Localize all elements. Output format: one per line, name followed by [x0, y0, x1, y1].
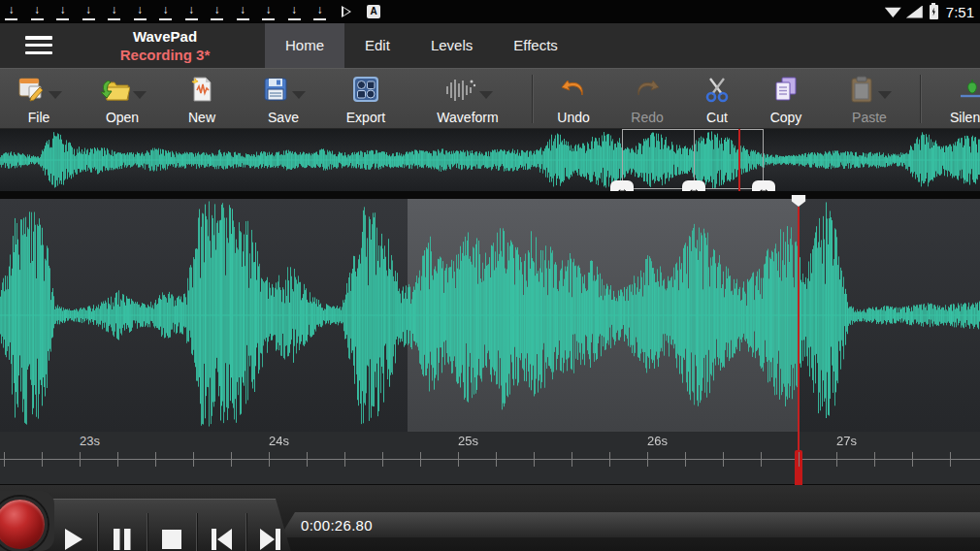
- overview-waveform-canvas[interactable]: [0, 129, 980, 191]
- toolbar: File Open New Save Export: [0, 68, 980, 129]
- ruler-tick: [307, 452, 308, 467]
- app-title: WavePad: [87, 27, 243, 46]
- playhead-line: [798, 207, 800, 432]
- ribbon-tabs: Home Edit Levels Effects: [265, 23, 578, 68]
- time-display-strip: 0:00:26.80: [279, 512, 980, 537]
- ruler-second-label: 27s: [836, 434, 857, 448]
- ruler-tick: [874, 452, 875, 467]
- download-icon: ↓: [185, 3, 198, 20]
- save-disk-icon: [262, 75, 289, 108]
- ruler-second-label: 26s: [647, 434, 668, 448]
- download-icon: ↓: [211, 3, 223, 20]
- ruler-tick: [723, 452, 724, 467]
- ruler-tick: [496, 452, 497, 467]
- cut-scissors-icon: [702, 75, 732, 108]
- download-icon: ↓: [5, 3, 17, 20]
- ruler-second-label: 24s: [269, 434, 289, 448]
- ruler-tick: [420, 452, 421, 467]
- paste-button[interactable]: Paste: [828, 75, 911, 125]
- open-folder-icon: [99, 75, 130, 108]
- ruler-tick: [799, 452, 800, 467]
- waveform-button[interactable]: Waveform: [426, 75, 509, 125]
- ruler-tick: [382, 452, 383, 467]
- tab-levels[interactable]: Levels: [410, 23, 493, 68]
- waveform-icon: [443, 75, 476, 108]
- download-icon: ↓: [313, 3, 326, 20]
- silence-button[interactable]: Silence: [931, 75, 980, 125]
- download-icon: ↓: [82, 3, 95, 20]
- copy-icon: [771, 75, 800, 108]
- ruler-tick: [534, 452, 535, 467]
- stop-icon: [160, 528, 183, 551]
- ruler-tick: [912, 452, 913, 467]
- pause-button[interactable]: [97, 513, 147, 551]
- open-button[interactable]: Open: [81, 75, 164, 125]
- title-block: WavePad Recording 3*: [87, 27, 243, 64]
- cell-signal-icon: [906, 6, 923, 18]
- android-status-bar: ↓↓↓↓↓↓↓↓↓↓↓↓↓ A 7:51: [0, 0, 980, 23]
- undo-icon: [558, 75, 589, 108]
- status-clock: 7:51: [946, 4, 974, 20]
- download-icon: ↓: [237, 3, 249, 20]
- overview-playhead: [738, 129, 740, 191]
- app-header: WavePad Recording 3* Home Edit Levels Ef…: [0, 23, 980, 68]
- main-waveform-view[interactable]: [0, 199, 980, 432]
- toolbar-separator: [532, 75, 533, 123]
- transport-bar: 0:00:26.80: [0, 485, 980, 551]
- wavepad-app: ↓↓↓↓↓↓↓↓↓↓↓↓↓ A 7:51 WavePad Recording 3…: [0, 0, 980, 551]
- skip-to-end-icon: [258, 528, 283, 551]
- ruler-tick: [155, 452, 156, 467]
- new-button[interactable]: New: [160, 75, 244, 125]
- ruler-baseline: [0, 459, 980, 460]
- file-button[interactable]: File: [0, 75, 81, 125]
- download-icon: ↓: [56, 3, 69, 20]
- stop-button[interactable]: [147, 513, 196, 551]
- copy-button[interactable]: Copy: [744, 75, 828, 125]
- current-time-display: 0:00:26.80: [279, 517, 373, 534]
- wifi-icon: [885, 6, 901, 17]
- main-waveform-canvas[interactable]: [0, 199, 980, 432]
- paste-clipboard-icon: [848, 75, 875, 108]
- time-ruler[interactable]: 23s24s25s26s27s: [0, 432, 980, 485]
- ruler-tick: [269, 452, 270, 467]
- ruler-tick: [193, 452, 194, 467]
- ruler-tick: [458, 452, 459, 467]
- undo-button[interactable]: Undo: [532, 75, 615, 125]
- ruler-tick: [231, 452, 232, 467]
- download-notification-icons: ↓↓↓↓↓↓↓↓↓↓↓↓↓: [0, 3, 326, 20]
- chevron-down-icon: [133, 91, 147, 99]
- play-outline-icon: [342, 6, 351, 17]
- download-icon: ↓: [288, 3, 301, 20]
- download-icon: ↓: [262, 3, 275, 20]
- silence-icon: [958, 75, 980, 108]
- tab-home[interactable]: Home: [265, 23, 344, 68]
- record-button[interactable]: [0, 497, 48, 551]
- ruler-tick: [42, 452, 43, 467]
- ruler-tick: [685, 452, 686, 467]
- overview-strip: ↔ ↔ ↔: [0, 129, 980, 199]
- ruler-tick: [117, 452, 118, 467]
- ruler-tick: [4, 452, 5, 467]
- play-icon: [60, 527, 85, 551]
- new-file-icon: [188, 75, 215, 108]
- chevron-down-icon: [292, 91, 306, 99]
- ruler-tick: [761, 452, 762, 467]
- ruler-tick: [80, 452, 81, 467]
- menu-icon[interactable]: [25, 36, 52, 55]
- chevron-down-icon: [479, 91, 493, 99]
- ruler-tick: [836, 452, 837, 467]
- toolbar-separator: [920, 75, 921, 123]
- save-button[interactable]: Save: [242, 75, 325, 125]
- download-icon: ↓: [134, 3, 147, 20]
- export-button[interactable]: Export: [324, 75, 408, 125]
- a-badge-icon: A: [367, 5, 380, 18]
- play-button[interactable]: [49, 513, 97, 551]
- download-icon: ↓: [108, 3, 120, 20]
- tab-edit[interactable]: Edit: [344, 23, 410, 68]
- file-name: Recording 3*: [87, 46, 243, 64]
- tab-effects[interactable]: Effects: [493, 23, 578, 68]
- ruler-second-label: 25s: [458, 434, 478, 448]
- skip-to-start-button[interactable]: [196, 513, 245, 551]
- ruler-tick: [647, 452, 648, 467]
- skip-to-start-icon: [209, 528, 234, 551]
